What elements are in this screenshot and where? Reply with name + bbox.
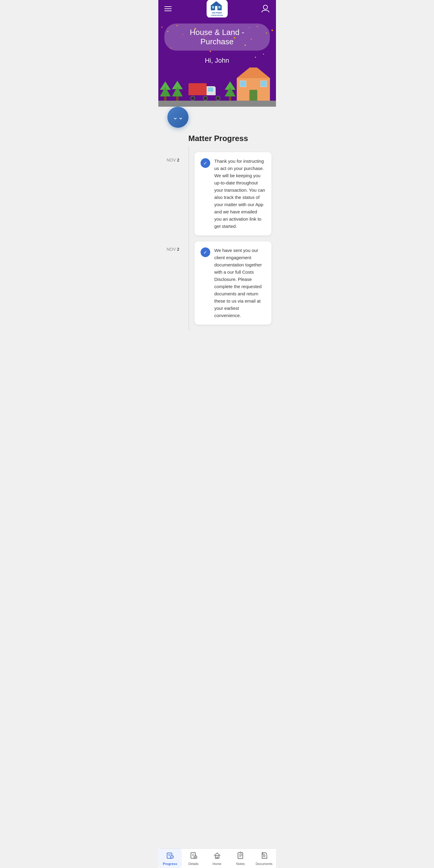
scroll-down-button[interactable]: ⌄⌄ (167, 107, 189, 128)
timeline-card-2: ✓ We have sent you our client engagement… (195, 241, 271, 324)
timeline-day-2: 2 (177, 247, 179, 252)
timeline-text-1: Thank you for instructing us act on your… (214, 158, 265, 230)
checkmark-1: ✓ (203, 160, 207, 166)
profile-button[interactable] (261, 4, 270, 13)
check-icon-2: ✓ (201, 247, 210, 257)
svg-rect-2 (215, 6, 218, 10)
tree-3 (225, 82, 236, 101)
timeline-item-2: NOV 2 ✓ We have sent you our client enga… (158, 239, 276, 328)
logo-icon (211, 1, 222, 10)
app-header: ON POINT CONVEYANCING (158, 0, 276, 18)
chevron-down-icon: ⌄⌄ (173, 114, 183, 121)
svg-marker-1 (211, 1, 222, 5)
hero-title-container: House & Land - Purchase (158, 18, 276, 54)
timeline-item: NOV 2 ✓ Thank you for instructing us act… (158, 149, 276, 239)
check-icon-1: ✓ (201, 158, 210, 168)
timeline: NOV 2 ✓ Thank you for instructing us act… (158, 146, 276, 331)
timeline-month-1: NOV (167, 158, 176, 162)
house (237, 67, 270, 101)
tree-2 (172, 81, 183, 101)
logo: ON POINT CONVEYANCING (207, 0, 228, 18)
logo-subtext: CONVEYANCING (211, 14, 223, 16)
menu-button[interactable] (164, 6, 172, 11)
svg-rect-4 (219, 6, 221, 8)
timeline-text-2: We have sent you our client engagement d… (214, 247, 265, 319)
logo-text: ON POINT (211, 12, 223, 14)
timeline-date-1: NOV 2 (158, 152, 185, 162)
matter-progress-title: Matter Progress (189, 134, 270, 143)
timeline-month-2: NOV (167, 247, 176, 252)
hero-section: House & Land - Purchase Hi, John (158, 18, 276, 116)
content-area: ⌄⌄ Matter Progress NOV 2 ✓ Thank you for… (158, 107, 276, 355)
moving-truck (189, 83, 221, 101)
checkmark-2: ✓ (203, 250, 207, 255)
tree-1 (160, 82, 171, 101)
hero-greeting: Hi, John (158, 57, 276, 67)
matter-progress-header: Matter Progress (158, 128, 276, 146)
scroll-button-container: ⌄⌄ (158, 107, 276, 128)
svg-rect-3 (212, 6, 214, 8)
timeline-day-1: 2 (177, 158, 179, 162)
svg-point-5 (263, 5, 267, 9)
timeline-card-1: ✓ Thank you for instructing us act on yo… (195, 152, 271, 236)
hero-title: House & Land - Purchase (164, 24, 270, 51)
timeline-date-2: NOV 2 (158, 241, 185, 252)
